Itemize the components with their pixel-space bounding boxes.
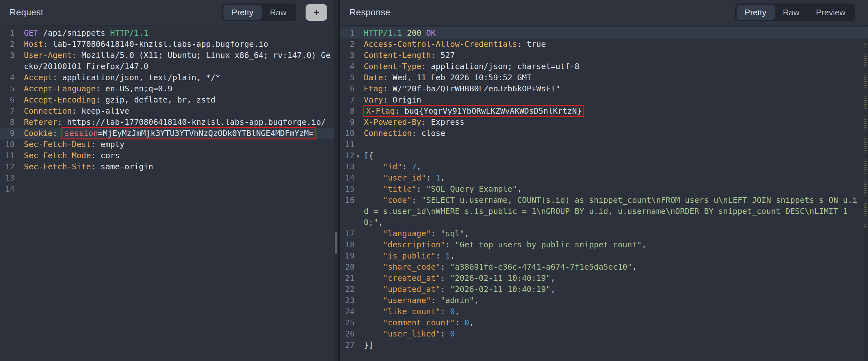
line-content: Sec-Fetch-Site: same-origin — [24, 161, 334, 172]
code-token: https://lab-1770806418140-knzlsl.labs-ap… — [67, 117, 326, 127]
code-token: , — [455, 307, 460, 316]
line-content: "like_count": 0, — [364, 306, 859, 317]
code-token: application/json, text/plain, */* — [62, 73, 220, 82]
code-line-13: 13 "id": 7, — [340, 161, 868, 172]
request-tab-raw[interactable]: Raw — [261, 5, 295, 20]
code-line-1: 1GET /api/snippets HTTP/1.1 — [0, 27, 334, 38]
code-line-16: 16 "code": "SELECT u.username, COUNT(s.i… — [340, 194, 868, 228]
code-token: 527 — [440, 51, 455, 60]
line-number: 7 — [0, 106, 14, 117]
code-token: : — [383, 95, 393, 104]
line-number: 15 — [340, 183, 354, 194]
annotation-highlight-box: session=MjEyMzJmMjk3YTU3YTVhNzQzODk0YTBl… — [61, 127, 316, 140]
line-number: 11 — [340, 139, 354, 150]
code-token: Sec-Fetch-Mode — [24, 151, 91, 160]
line-number: 5 — [0, 83, 14, 94]
code-token: true — [527, 39, 546, 49]
line-content: Access-Control-Allow-Credentials: true — [364, 38, 859, 50]
code-line-7: 7Connection: keep-alive — [0, 106, 334, 117]
code-token: OK — [426, 28, 436, 37]
code-token: : — [412, 129, 422, 138]
code-token: , — [464, 229, 469, 238]
code-token: bug{YogrVy91YbQRwLKZWvAKWDsD5nlKrtzN} — [404, 106, 582, 116]
code-token: Vary — [364, 95, 383, 104]
code-token: en-US,en;q=0.9 — [105, 84, 173, 93]
code-line-15: 15 "title": "SQL Query Example", — [340, 183, 868, 194]
code-token: , — [474, 296, 479, 305]
line-number: 9 — [0, 128, 14, 139]
code-token: : — [402, 162, 411, 171]
request-editor[interactable]: 1GET /api/snippets HTTP/1.12Host: lab-17… — [0, 26, 334, 361]
code-line-17: 17 "language": "sql", — [340, 228, 868, 239]
line-content: "language": "sql", — [364, 228, 859, 239]
line-number: 19 — [340, 250, 354, 261]
line-content: "created_at": "2026-02-11 10:40:19", — [364, 272, 859, 284]
code-line-4: 4Content-Type: application/json; charset… — [340, 61, 868, 72]
code-token: : — [517, 39, 527, 49]
code-token: , — [440, 173, 445, 182]
code-token: : — [436, 251, 445, 261]
request-panel: Request PrettyRaw + 1GET /api/snippets H… — [0, 0, 334, 361]
line-number: 14 — [0, 183, 14, 194]
line-content: "updated_at": "2026-02-11 10:40:19", — [364, 284, 859, 295]
line-number: 8 — [340, 106, 354, 117]
line-content: X-Powered-By: Express — [364, 117, 859, 128]
code-token: : — [383, 84, 393, 93]
line-content: Accept: application/json, text/plain, */… — [24, 72, 334, 83]
code-token: Accept — [24, 73, 53, 82]
line-number: 4 — [340, 61, 354, 72]
line-content: Content-Type: application/json; charset=… — [364, 61, 859, 72]
code-token: Etag — [364, 84, 383, 93]
code-line-10: 10Sec-Fetch-Dest: empty — [0, 139, 334, 150]
line-number: 12 — [0, 161, 14, 172]
code-line-8: 8Referer: https://lab-1770806418140-knzl… — [0, 117, 334, 128]
code-token: empty — [101, 140, 124, 149]
line-number: 5 — [340, 72, 354, 83]
code-line-10: 10Connection: close — [340, 128, 868, 139]
line-number: 1 — [340, 27, 354, 38]
code-token: , — [632, 262, 637, 272]
code-line-12: 12∨[{ — [340, 150, 868, 161]
code-token: Host — [24, 39, 43, 49]
response-tab-preview[interactable]: Preview — [808, 5, 854, 20]
line-content: "title": "SQL Query Example", — [364, 183, 859, 194]
code-line-9: 9X-Powered-By: Express — [340, 117, 868, 128]
line-content: GET /api/snippets HTTP/1.1 — [24, 27, 334, 38]
code-token: "user_id" — [383, 173, 426, 182]
code-token: : — [53, 73, 62, 82]
scrollbar-thumb[interactable] — [335, 232, 337, 254]
code-token: , — [417, 162, 422, 171]
line-content: Accept-Encoding: gzip, deflate, br, zstd — [24, 94, 334, 106]
line-number: 3 — [0, 50, 14, 72]
code-token: "admin" — [440, 296, 474, 305]
request-tab-pretty[interactable]: Pretty — [223, 5, 261, 20]
code-token — [364, 284, 383, 294]
code-token: 200 — [407, 28, 421, 37]
line-content: Etag: W/"20f-baZQTrWHBB0LZeoJzb6kOP+WsFI… — [364, 83, 859, 94]
response-editor[interactable]: 1HTTP/1.1 200 OK2Access-Control-Allow-Cr… — [340, 26, 868, 361]
request-tab-group: PrettyRaw — [222, 3, 296, 21]
code-token: , — [469, 318, 474, 327]
code-token — [364, 251, 383, 261]
line-content: "description": "Get top users by public … — [364, 239, 859, 250]
line-content: Referer: https://lab-1770806418140-knzls… — [24, 117, 334, 128]
code-token: 0 — [464, 318, 469, 327]
line-number: 1 — [0, 27, 14, 38]
code-token — [364, 229, 383, 238]
response-tab-pretty[interactable]: Pretty — [737, 5, 775, 20]
line-number: 6 — [0, 94, 14, 106]
code-line-3: 3User-Agent: Mozilla/5.0 (X11; Ubuntu; L… — [0, 50, 334, 72]
code-token: Connection — [364, 129, 412, 138]
code-line-25: 25 "comment_count": 0, — [340, 317, 868, 328]
code-token: : — [440, 262, 450, 272]
code-token: Wed, 11 Feb 2026 10:59:52 GMT — [393, 73, 532, 82]
panel-divider[interactable] — [334, 0, 340, 361]
code-token: : — [440, 284, 450, 294]
code-token: "2026-02-11 10:40:19" — [450, 273, 551, 283]
collapse-chevron-icon[interactable]: ∨ — [356, 150, 360, 161]
line-number: 4 — [0, 72, 14, 83]
response-tab-raw[interactable]: Raw — [775, 5, 808, 20]
code-line-11: 11 — [340, 139, 868, 150]
code-line-5: 5Date: Wed, 11 Feb 2026 10:59:52 GMT — [340, 72, 868, 83]
add-tab-button[interactable]: + — [306, 4, 327, 21]
